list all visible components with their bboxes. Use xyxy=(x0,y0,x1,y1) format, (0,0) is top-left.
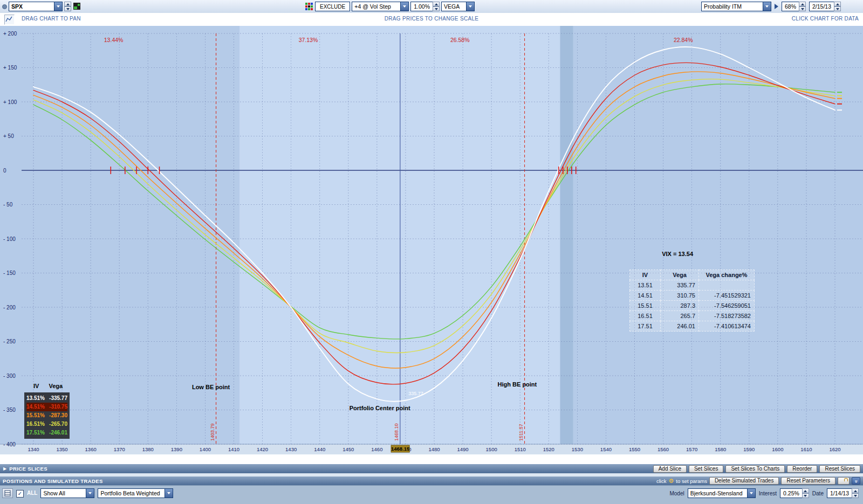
vega-table-cell: 13.51 xyxy=(630,280,661,291)
metric-select[interactable]: VEGA xyxy=(441,2,475,11)
svg-text:- 100: - 100 xyxy=(3,236,16,242)
spin-up-icon[interactable] xyxy=(852,488,859,493)
lock-button[interactable] xyxy=(838,477,850,485)
trade-date-spinbox[interactable]: 1/14/13 xyxy=(827,488,859,498)
risk-graph[interactable]: + 200+ 150+ 100+ 500- 50- 100- 150- 200-… xyxy=(0,26,863,455)
svg-text:- 400: - 400 xyxy=(3,441,16,447)
mini-chart-icon[interactable] xyxy=(4,15,15,25)
risk-graph-area[interactable]: + 200+ 150+ 100+ 500- 50- 100- 150- 200-… xyxy=(0,26,863,455)
params-hint-suffix: to set params xyxy=(676,478,707,484)
svg-text:- 150: - 150 xyxy=(3,270,16,276)
analysis-controls: EXCLUDE +4 @ Vol Step 1.00% VEGA xyxy=(305,2,475,13)
spin-down-icon[interactable] xyxy=(64,6,71,11)
spin-up-icon[interactable] xyxy=(433,2,440,6)
delete-simulated-trades-button[interactable]: Delete Simulated Trades xyxy=(709,477,779,485)
expiry-date-value: 2/15/13 xyxy=(809,2,834,11)
color-grid-icon[interactable] xyxy=(305,2,313,13)
probability-select[interactable]: Probability ITM xyxy=(701,2,771,11)
vega-table-cell: 246.01 xyxy=(661,321,699,332)
svg-text:+ 200: + 200 xyxy=(3,31,17,37)
vol-step-pct-spinner[interactable] xyxy=(433,2,440,11)
svg-text:13.44%: 13.44% xyxy=(104,37,124,43)
vol-step-pct-value: 1.00% xyxy=(410,2,433,11)
svg-text:1560: 1560 xyxy=(657,446,669,452)
chevron-down-icon[interactable] xyxy=(747,489,755,498)
weighting-select[interactable]: Portfolio Beta Weighted xyxy=(98,488,173,498)
positions-buttons: click ⚙ to set params Delete Simulated T… xyxy=(656,477,860,485)
weighting-value: Portfolio Beta Weighted xyxy=(98,489,165,498)
pan-hint: DRAG CHART TO PAN xyxy=(22,16,81,22)
chart-link-icon[interactable] xyxy=(73,2,81,12)
legend-header-iv: IV xyxy=(33,383,39,389)
model-select[interactable]: Bjerksund-Stensland xyxy=(688,488,756,498)
svg-text:1340: 1340 xyxy=(28,446,39,452)
spin-up-icon[interactable] xyxy=(64,2,71,6)
set-slices-to-charts-button[interactable]: Set Slices To Charts xyxy=(725,465,785,473)
expand-arrow-icon[interactable]: ▶ xyxy=(3,466,6,471)
svg-text:1520: 1520 xyxy=(543,446,554,452)
spin-down-icon[interactable] xyxy=(802,493,809,498)
collapse-chevron-icon[interactable]: » xyxy=(852,477,860,485)
expiry-date-spinner[interactable] xyxy=(834,2,841,11)
probability-pct-spinbox[interactable]: 68% xyxy=(782,2,806,11)
vega-table-cell: -7.410613474 xyxy=(699,321,755,332)
params-icon[interactable]: ⚙ xyxy=(668,478,674,484)
symbol-select[interactable]: SPX xyxy=(9,2,63,11)
top-toolbar: SPX EXCLUDE +4 @ Vol Step 1.00% VEGA xyxy=(0,0,863,13)
show-filter-select[interactable]: Show All xyxy=(40,488,94,498)
chevron-down-icon[interactable] xyxy=(466,2,474,11)
reorder-button[interactable]: Reorder xyxy=(787,465,817,473)
show-filter-value: Show All xyxy=(41,489,86,498)
svg-text:Low BE point: Low BE point xyxy=(192,384,230,390)
svg-text:- 200: - 200 xyxy=(3,305,16,310)
spin-down-icon[interactable] xyxy=(433,6,440,11)
price-slices-buttons: Add Slice Set Slices Set Slices To Chart… xyxy=(653,465,860,473)
probability-controls: Probability ITM 68% 2/15/13 xyxy=(701,2,841,11)
spin-up-icon[interactable] xyxy=(834,2,841,6)
reset-slices-button[interactable]: Reset Slices xyxy=(819,465,860,473)
vega-table-cell: 287.3 xyxy=(661,301,699,311)
all-checkbox[interactable] xyxy=(16,490,24,498)
chevron-down-icon[interactable] xyxy=(400,2,408,11)
spin-down-icon[interactable] xyxy=(852,493,859,498)
add-slice-button[interactable]: Add Slice xyxy=(653,465,687,473)
symbol-spinner[interactable] xyxy=(64,2,71,11)
model-value: Bjerksund-Stensland xyxy=(688,489,747,498)
reset-parameters-button[interactable]: Reset Parameters xyxy=(781,477,835,485)
vega-table-cell: -7.546259051 xyxy=(699,301,755,311)
trade-date-spinner[interactable] xyxy=(852,488,859,498)
positions-sheet-icon[interactable] xyxy=(2,488,13,498)
probability-pct-spinner[interactable] xyxy=(799,2,806,11)
spin-down-icon[interactable] xyxy=(834,6,841,11)
chevron-down-icon[interactable] xyxy=(86,489,94,498)
legend-row: 16.51%-265.70 xyxy=(26,420,67,429)
svg-text:1440: 1440 xyxy=(314,446,325,452)
svg-text:1468.15: 1468.15 xyxy=(391,446,410,452)
spin-up-icon[interactable] xyxy=(799,2,806,6)
interest-spinner[interactable] xyxy=(802,488,809,498)
legend-row: 14.51%-310.75 xyxy=(26,403,67,411)
svg-text:1610: 1610 xyxy=(800,446,812,452)
vol-step-pct-spinbox[interactable]: 1.00% xyxy=(410,2,440,11)
interest-spinbox[interactable]: 0.25% xyxy=(780,488,809,498)
chevron-down-icon[interactable] xyxy=(763,2,771,11)
chevron-down-icon[interactable] xyxy=(54,2,62,11)
chevron-down-icon[interactable] xyxy=(165,489,173,498)
model-label: Model xyxy=(669,491,684,496)
probability-pct-value: 68% xyxy=(782,2,799,11)
vol-step-select[interactable]: +4 @ Vol Step xyxy=(352,2,409,11)
svg-text:1540: 1540 xyxy=(600,446,612,452)
set-slices-button[interactable]: Set Slices xyxy=(689,465,723,473)
expiry-date-spinbox[interactable]: 2/15/13 xyxy=(809,2,841,11)
spin-down-icon[interactable] xyxy=(799,6,806,11)
spin-up-icon[interactable] xyxy=(802,488,809,493)
svg-text:1500: 1500 xyxy=(486,446,497,452)
svg-text:26.58%: 26.58% xyxy=(450,37,470,43)
exclude-button[interactable]: EXCLUDE xyxy=(315,2,350,11)
svg-text:1530: 1530 xyxy=(572,446,583,452)
symbol-group: SPX xyxy=(2,2,81,12)
play-icon[interactable] xyxy=(775,4,778,9)
svg-text:- 50: - 50 xyxy=(3,202,13,208)
svg-text:1550: 1550 xyxy=(629,446,640,452)
svg-text:1380: 1380 xyxy=(142,446,154,452)
